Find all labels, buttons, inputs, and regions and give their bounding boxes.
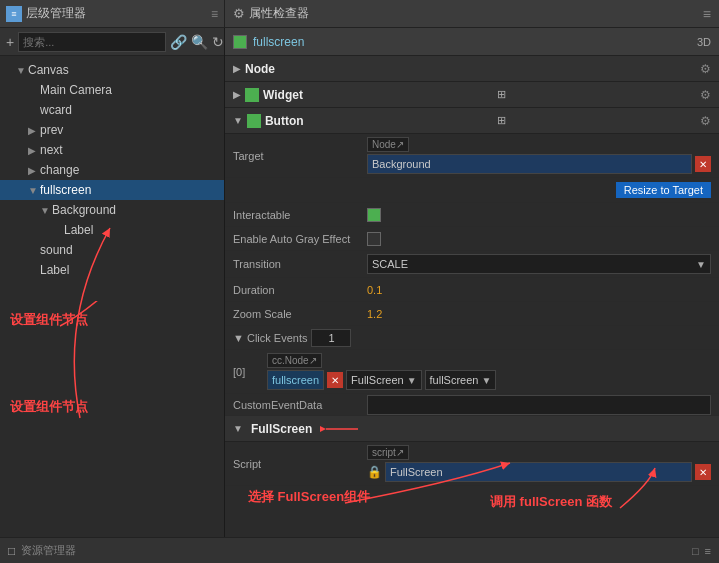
script-tag[interactable]: script↗ [367, 445, 409, 460]
widget-settings-icon[interactable]: ⚙ [700, 88, 711, 102]
bottom-icon-1[interactable]: □ [692, 545, 699, 557]
target-node-tag[interactable]: Node↗ [367, 137, 409, 152]
tree-item-main-camera[interactable]: Main Camera [0, 80, 224, 100]
zoom-scale-value[interactable]: 1.2 [367, 308, 382, 320]
event-select-component[interactable]: FullScreen ▼ [346, 370, 421, 390]
resize-to-target-button[interactable]: Resize to Target [616, 182, 711, 198]
wcard-label: wcard [40, 103, 72, 117]
button-settings-icon[interactable]: ⚙ [700, 114, 711, 128]
tree-item-label1[interactable]: Label [0, 220, 224, 240]
bottom-bar: □ 资源管理器 □ ≡ [0, 537, 719, 563]
event-select1-arrow: ▼ [407, 375, 417, 386]
fullscreen-section-arrow: ▼ [233, 423, 243, 434]
event-select1-text: FullScreen [351, 374, 404, 386]
duration-value[interactable]: 0.1 [367, 284, 382, 296]
right-menu-icon[interactable]: ≡ [703, 6, 711, 22]
widget-checkbox[interactable] [245, 88, 259, 102]
event-index-0: [0] [233, 366, 263, 378]
scene-tree: ▼ Canvas Main Camera wcard ▶ prev ▶ next [0, 56, 224, 301]
duration-value-container: 0.1 [367, 284, 711, 296]
search-input[interactable] [18, 32, 166, 52]
search-icon[interactable]: 🔍 [191, 32, 208, 52]
tree-item-prev[interactable]: ▶ prev [0, 120, 224, 140]
click-events-label: ▼ Click Events [233, 332, 307, 344]
hierarchy-panel: + 🔗 🔍 ↻ ▼ Canvas Main Camera wcard [0, 28, 225, 537]
script-input[interactable] [385, 462, 692, 482]
event-clear-button[interactable]: ✕ [327, 372, 343, 388]
click-events-header[interactable]: ▼ Click Events [225, 326, 719, 350]
tree-item-wcard[interactable]: wcard [0, 100, 224, 120]
fullscreen-section-header[interactable]: ▼ FullScreen [225, 416, 719, 442]
target-value-container: Node↗ ✕ [367, 137, 711, 174]
transition-dropdown-arrow: ▼ [696, 259, 706, 270]
fullscreen-arrow: ▼ [28, 185, 40, 196]
add-node-button[interactable]: + [6, 32, 14, 52]
target-row: Target Node↗ ✕ [225, 134, 719, 178]
custom-event-input[interactable] [367, 395, 711, 415]
background-arrow: ▼ [40, 205, 52, 216]
left-menu-icon[interactable]: ≡ [211, 7, 218, 21]
event-field-fullscreen[interactable]: fullscreen [267, 370, 324, 390]
target-input[interactable] [367, 154, 692, 174]
bottom-bar-label: 资源管理器 [21, 543, 76, 558]
transition-row: Transition SCALE ▼ [225, 251, 719, 278]
event-select-method[interactable]: fullScreen ▼ [425, 370, 497, 390]
sound-label: sound [40, 243, 73, 257]
interactable-checkbox[interactable] [367, 208, 381, 222]
button-section-header[interactable]: ▼ Button ⊞ ⚙ [225, 108, 719, 134]
button-section-label: Button [265, 114, 304, 128]
link-icon[interactable]: 🔗 [170, 32, 187, 52]
left-panel-title: 层级管理器 [26, 5, 86, 22]
inspector-panel: fullscreen 3D ▶ Node ⚙ ▶ Widget ⊞ ⚙ ▼ Bu… [225, 28, 719, 537]
button-arrow: ▼ [233, 115, 243, 126]
widget-arrow: ▶ [233, 89, 241, 100]
bottom-icon-2[interactable]: ≡ [705, 545, 711, 557]
event-row-0: [0] cc.Node↗ fullscreen ✕ FullScreen ▼ f… [225, 350, 719, 394]
resource-manager-icon: □ [8, 544, 15, 558]
widget-icon[interactable]: ⊞ [497, 88, 506, 101]
auto-gray-label: Enable Auto Gray Effect [233, 233, 363, 245]
component-enable-checkbox[interactable] [233, 35, 247, 49]
duration-label: Duration [233, 284, 363, 296]
event-field-text: fullscreen [272, 374, 319, 386]
button-icon[interactable]: ⊞ [497, 114, 506, 127]
custom-event-data-row: CustomEventData [225, 394, 719, 416]
fullscreen-label: fullscreen [40, 183, 91, 197]
tree-item-canvas[interactable]: ▼ Canvas [0, 60, 224, 80]
tree-item-change[interactable]: ▶ change [0, 160, 224, 180]
event-node-tag[interactable]: cc.Node↗ [267, 353, 322, 368]
tree-item-label2[interactable]: Label [0, 260, 224, 280]
script-row: Script script↗ 🔒 ✕ [225, 442, 719, 486]
tree-item-sound[interactable]: sound [0, 240, 224, 260]
custom-event-label: CustomEventData [233, 399, 363, 411]
tree-item-fullscreen[interactable]: ▼ fullscreen [0, 180, 224, 200]
interactable-row: Interactable [225, 203, 719, 227]
event-select2-text: fullScreen [430, 374, 479, 386]
script-clear-button[interactable]: ✕ [695, 464, 711, 480]
click-events-count[interactable] [311, 329, 351, 347]
label1-label: Label [64, 223, 93, 237]
left-panel-header: ≡ 层级管理器 ≡ [0, 0, 225, 27]
prev-arrow: ▶ [28, 125, 40, 136]
interactable-value [367, 208, 711, 222]
transition-select[interactable]: SCALE ▼ [367, 254, 711, 274]
tree-item-background[interactable]: ▼ Background [0, 200, 224, 220]
tree-item-next[interactable]: ▶ next [0, 140, 224, 160]
button-checkbox[interactable] [247, 114, 261, 128]
duration-row: Duration 0.1 [225, 278, 719, 302]
script-lock-icon: 🔒 [367, 465, 382, 479]
component-name: fullscreen [253, 35, 691, 49]
target-clear-button[interactable]: ✕ [695, 156, 711, 172]
auto-gray-value [367, 232, 711, 246]
script-label: Script [233, 458, 363, 470]
auto-gray-row: Enable Auto Gray Effect [225, 227, 719, 251]
widget-section-header[interactable]: ▶ Widget ⊞ ⚙ [225, 82, 719, 108]
refresh-icon[interactable]: ↻ [212, 32, 224, 52]
change-label: change [40, 163, 79, 177]
node-section-header[interactable]: ▶ Node ⚙ [225, 56, 719, 82]
event-select2-arrow: ▼ [481, 375, 491, 386]
hierarchy-toolbar: + 🔗 🔍 ↻ [0, 28, 224, 56]
annotation-set-node: 设置组件节点 [10, 311, 88, 329]
node-settings-icon[interactable]: ⚙ [700, 62, 711, 76]
auto-gray-checkbox[interactable] [367, 232, 381, 246]
